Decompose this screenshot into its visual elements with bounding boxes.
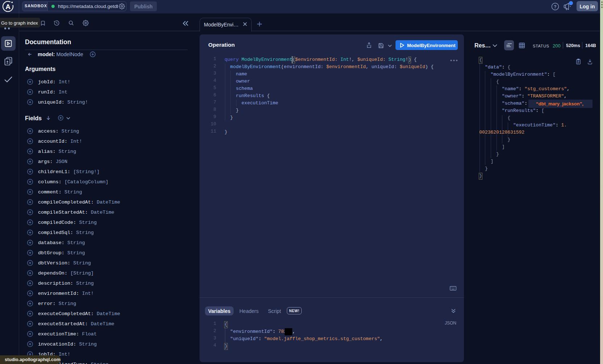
svg-text:?: ? (554, 4, 556, 9)
svg-text:A: A (5, 3, 11, 11)
